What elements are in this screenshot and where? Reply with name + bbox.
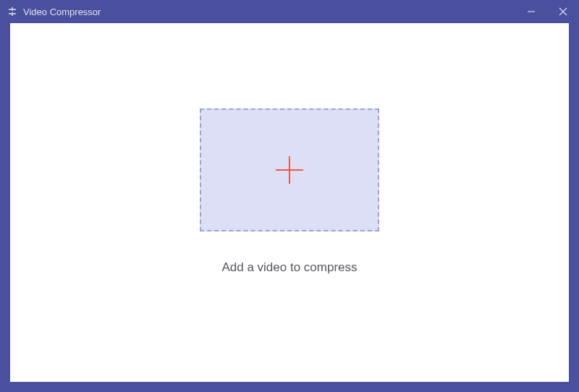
titlebar: Video Compressor: [0, 0, 579, 23]
app-title: Video Compressor: [23, 7, 101, 17]
window-controls: [515, 0, 579, 23]
content-frame: Add a video to compress: [0, 23, 579, 392]
content-area: Add a video to compress: [10, 23, 569, 382]
minimize-icon: [527, 7, 536, 16]
dropzone-wrapper: Add a video to compress: [200, 108, 379, 275]
app-icon: [7, 7, 17, 17]
instruction-text: Add a video to compress: [221, 260, 357, 275]
plus-icon: [271, 152, 308, 188]
close-icon: [559, 7, 567, 16]
close-button[interactable]: [547, 0, 579, 23]
app-window: Video Compressor: [0, 0, 579, 392]
add-video-dropzone[interactable]: [200, 108, 379, 231]
minimize-button[interactable]: [515, 0, 547, 23]
